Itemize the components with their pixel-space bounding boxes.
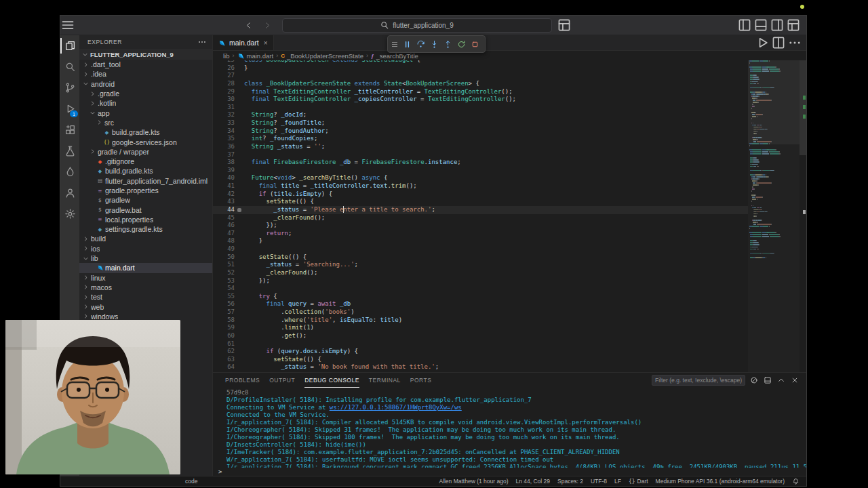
code-line: 33 String? _foundTitle; [213,119,748,127]
toggle-secondary-sidebar-button[interactable] [770,18,785,33]
activity-run-and-debug[interactable]: 1 [60,98,79,119]
minimap[interactable] [748,60,800,372]
maximize-panel-button[interactable] [775,374,787,386]
tree-item[interactable]: app [79,108,212,117]
tree-item[interactable]: ≡local.properties [79,215,212,224]
panel-tab[interactable]: DEBUG CONSOLE [304,373,359,388]
step-over-button[interactable] [414,38,427,51]
status-item[interactable]: Spaces: 2 [557,478,583,485]
tree-item[interactable]: ≡gradle.properties [79,186,212,195]
activity-explorer[interactable] [60,35,79,56]
status-item[interactable]: code [185,478,197,485]
clear-console-button[interactable] [748,374,760,386]
shell-file-icon: $ [96,207,104,213]
tree-item[interactable]: build [79,234,212,243]
restart-button[interactable] [455,38,468,51]
tree-item[interactable]: lib [79,253,212,263]
close-panel-button[interactable] [789,374,801,386]
code-line: 30 final TextEditingController _copiesCo… [213,96,748,104]
tree-item[interactable]: ◆settings.gradle.kts [79,224,212,234]
editor-tab[interactable]: main.dart× [213,35,274,50]
vm-service-link[interactable]: ws://127.0.0.1:58867/1HWprt8QyXw=/ws [330,404,462,411]
more-actions-button[interactable] [787,35,802,50]
chevron-right-icon [89,148,96,155]
command-center-search[interactable]: flutter_application_9 [282,18,552,33]
activity-firebase[interactable] [60,161,79,182]
tree-item[interactable]: test [79,292,212,302]
toggle-primary-sidebar-button[interactable] [737,18,752,33]
panel-tab[interactable]: PORTS [410,373,432,388]
tree-item[interactable]: {}google-services.json [79,137,212,146]
pause-button[interactable] [401,38,414,51]
yellow-indicator-dot [800,5,804,9]
editor-scrollbar[interactable] [800,60,806,155]
tree-item[interactable]: ios [79,244,212,253]
panel-views-button[interactable] [762,374,774,386]
close-icon[interactable]: × [264,39,268,47]
activity-extensions[interactable] [60,119,79,140]
tree-item[interactable]: ◆.gitignore [79,157,212,166]
activity-settings[interactable] [60,203,79,224]
tree-item[interactable]: .idea [79,69,212,79]
menu-icon[interactable] [60,18,75,33]
breadcrumb-item[interactable]: main.dart [237,52,274,60]
tree-item[interactable]: gradle / wrapper [79,147,212,157]
tree-item[interactable]: web [79,302,212,311]
activity-testing[interactable] [60,140,79,161]
tree-item[interactable]: android [79,79,212,89]
activity-source-control[interactable] [60,77,79,98]
tree-item[interactable]: ◆build.gradle.kts [79,127,212,137]
lightbulb-icon[interactable] [237,208,241,212]
breadcrumb-item[interactable]: ƒ_searchByTitle [371,52,418,60]
more-actions-icon[interactable] [197,37,207,47]
back-arrow-icon[interactable] [241,18,256,33]
status-item[interactable] [792,478,800,485]
gradle-file-icon: ◆ [103,129,111,136]
panel-tab[interactable]: OUTPUT [269,373,295,388]
breadcrumb-item[interactable]: lib [223,52,230,60]
breadcrumb-item[interactable]: C_BookUpdaterScreenState [281,52,363,60]
console-filter-input[interactable] [652,375,745,386]
drag-handle[interactable] [392,42,397,47]
panel-tab[interactable]: PROBLEMS [225,373,260,388]
editor-group: main.dart× lib›main.dart›C_BookUpdaterSc… [213,35,806,476]
step-into-button[interactable] [428,38,441,51]
tree-item[interactable]: linux [79,273,212,283]
tree-item[interactable]: .gradle [79,89,212,98]
tree-item[interactable]: macos [79,283,212,292]
split-editor-button[interactable] [771,35,786,50]
status-item[interactable]: Medium Phone API 36.1 (android-arm64 emu… [656,478,785,485]
run-button[interactable] [755,35,770,50]
tree-item[interactable]: ◆build.gradle.kts [79,166,212,176]
tree-item[interactable]: .kotlin [79,98,212,108]
titlebar-extra-icon[interactable] [557,18,572,33]
status-item[interactable]: Ln 44, Col 29 [515,478,550,485]
status-item[interactable]: UTF-8 [591,478,607,485]
tree-item[interactable]: src [79,118,212,127]
code-line: 57 .collection('books') [213,308,748,317]
tree-item[interactable]: .dart_tool [79,60,212,69]
tree-item[interactable]: $gradlew.bat [79,205,212,214]
tree-item[interactable]: main.dart [79,263,212,272]
chevron-right-icon [82,313,90,319]
status-item[interactable]: Allen Matthew (1 hour ago) [439,478,508,485]
activity-search[interactable] [60,56,79,77]
customize-layout-button[interactable] [786,18,801,33]
step-out-button[interactable] [441,38,454,51]
forward-arrow-icon[interactable] [260,18,275,33]
activity-accounts[interactable] [60,182,79,203]
code-editor[interactable]: 25class BookUpdaterScreen extends Statef… [213,60,806,372]
tree-item[interactable]: ▤flutter_application_7_android.iml [79,176,212,186]
code-line: 42 if (title.isEmpty) { [213,190,748,199]
status-item[interactable]: {}Dart [629,478,648,485]
toggle-panel-button[interactable] [753,18,768,33]
debug-console-output[interactable]: 57d9c8D/ProfileInstaller( 5184): Install… [213,387,806,468]
debug-console-prompt[interactable]: > [213,468,806,476]
tree-item[interactable]: $gradlew [79,195,212,205]
json-file-icon: {} [103,139,111,145]
stop-button[interactable] [469,38,481,51]
panel-tab[interactable]: TERMINAL [369,373,401,388]
project-section-header[interactable]: FLUTTER_APPLICATION_9 [79,49,212,60]
status-item[interactable]: LF [614,478,621,485]
ruler-mark [803,210,806,214]
